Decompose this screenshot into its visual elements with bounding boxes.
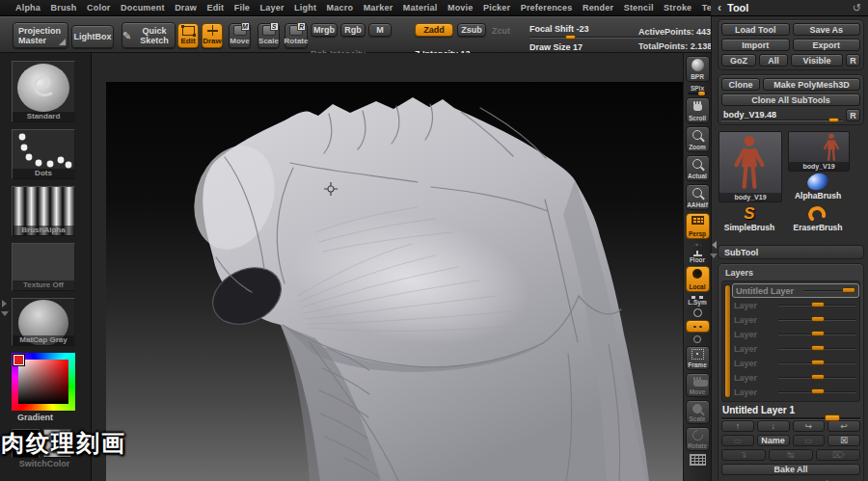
simple-brush-item[interactable]: S SimpleBrush xyxy=(719,206,780,232)
recent-tool-thumbnail[interactable]: body_V19 xyxy=(788,131,850,172)
layers-header[interactable]: Layers xyxy=(721,267,860,279)
menu-item[interactable]: Render xyxy=(583,3,613,13)
bake-all-button[interactable]: Bake All xyxy=(721,464,860,475)
color-picker[interactable] xyxy=(12,353,75,411)
panel-back-icon[interactable]: ‹ xyxy=(718,3,721,13)
scale-button[interactable]: S Scale xyxy=(258,23,280,48)
layer-delete-button[interactable]: ☒ xyxy=(827,435,860,446)
layer-invert-button[interactable]: ⌦ xyxy=(816,449,860,461)
rgb-button[interactable]: Rgb xyxy=(340,23,366,37)
spix-handle[interactable] xyxy=(698,92,705,95)
goz-visible-button[interactable]: Visible xyxy=(791,54,843,67)
mrgb-button[interactable]: Mrgb xyxy=(311,23,338,37)
frame-button[interactable]: Frame xyxy=(686,346,710,370)
sculpt-canvas[interactable] xyxy=(92,53,683,481)
layer-row[interactable]: Layer xyxy=(734,370,856,385)
menu-item[interactable]: Stencil xyxy=(624,3,654,13)
layer-opacity-handle[interactable] xyxy=(811,374,825,380)
draw-button[interactable]: Draw xyxy=(202,23,223,48)
sym-z-button[interactable] xyxy=(693,335,701,343)
goz-all-button[interactable]: All xyxy=(759,54,788,67)
move-button[interactable]: M Move xyxy=(229,23,251,48)
layer-opacity-handle[interactable] xyxy=(842,287,855,293)
layer-opacity-handle[interactable] xyxy=(811,388,825,394)
subtool-section-header[interactable]: SubTool xyxy=(718,245,864,259)
layer-opacity-handle[interactable] xyxy=(811,302,825,307)
eraser-brush-item[interactable]: EraserBrush xyxy=(788,206,848,232)
layer-name-button[interactable]: Name xyxy=(757,435,790,446)
zoom-button[interactable]: Zoom xyxy=(686,126,710,152)
menu-item[interactable]: Stroke xyxy=(664,3,692,13)
canvas-scale-button[interactable]: Scale xyxy=(686,400,710,424)
layer-undo-button[interactable]: ↩ xyxy=(827,420,860,432)
layers-scrollbar[interactable] xyxy=(724,284,731,398)
local-button[interactable]: Local xyxy=(686,266,710,292)
layer-split-button[interactable]: ↹ xyxy=(769,449,813,461)
xyz-button[interactable] xyxy=(693,308,702,317)
saturation-square[interactable] xyxy=(18,360,68,404)
active-tool-thumbnail[interactable]: body_V19 xyxy=(719,131,782,202)
m-button[interactable]: M xyxy=(368,23,392,37)
actual-button[interactable]: Actual xyxy=(686,155,710,181)
layer-row[interactable]: Layer xyxy=(734,385,856,399)
layer-row[interactable]: Layer xyxy=(734,356,856,370)
menu-item[interactable]: Marker xyxy=(364,3,393,13)
texture-selector[interactable]: Texture Off xyxy=(12,243,75,291)
menu-item[interactable]: Brush xyxy=(51,3,77,13)
layer-opacity-handle[interactable] xyxy=(811,345,825,351)
brush-selector[interactable]: Standard xyxy=(12,61,75,122)
polyframe-grid-icon[interactable] xyxy=(690,454,706,466)
menu-item[interactable]: Edit xyxy=(206,3,224,13)
zcut-button[interactable]: Zcut xyxy=(492,26,510,36)
layer-row[interactable]: Layer xyxy=(734,312,856,327)
layer-opacity-handle[interactable] xyxy=(811,331,825,336)
layer-duplicate-button[interactable]: ▭ xyxy=(793,435,826,446)
slider-handle[interactable] xyxy=(825,414,840,421)
layer-redo-button[interactable]: ↪ xyxy=(793,420,826,432)
menu-item[interactable]: Macro xyxy=(327,3,354,13)
menu-item[interactable]: Document xyxy=(121,3,165,13)
menu-item[interactable]: Color xyxy=(87,3,111,13)
alpha-brush-item[interactable]: AlphaBrush xyxy=(788,174,848,200)
menu-item[interactable]: Preferences xyxy=(521,3,573,13)
rotate-button[interactable]: R Rotate xyxy=(285,23,308,48)
spix-slider[interactable]: SPix xyxy=(688,85,707,94)
clone-button[interactable]: Clone xyxy=(721,78,760,91)
lightbox-button[interactable]: LightBox xyxy=(71,25,114,48)
goz-button[interactable]: GoZ xyxy=(721,54,756,67)
stroke-selector[interactable]: Dots xyxy=(12,129,75,179)
active-tool-slider[interactable]: body_V19.48 xyxy=(721,109,843,121)
panel-restore-icon[interactable]: ↺ xyxy=(853,2,861,14)
load-tool-button[interactable]: Load Tool xyxy=(721,23,790,36)
persp-button[interactable]: Persp xyxy=(686,213,710,239)
lsym-button[interactable]: L.Sym xyxy=(688,295,707,306)
bpr-button[interactable]: BPR xyxy=(686,56,710,82)
slider-handle[interactable] xyxy=(828,118,839,122)
slider-handle[interactable] xyxy=(565,35,576,40)
zsub-button[interactable]: Zsub xyxy=(457,23,486,37)
layer-row[interactable]: Layer xyxy=(734,327,856,341)
quick-sketch-button[interactable]: ✎ Quick Sketch xyxy=(122,22,176,48)
menu-item[interactable]: Layer xyxy=(260,3,285,13)
layer-row-selected[interactable]: Untitled Layer xyxy=(732,283,859,298)
zadd-button[interactable]: Zadd xyxy=(415,23,453,37)
canvas-move-button[interactable]: Move xyxy=(686,373,710,397)
layer-row[interactable]: Layer xyxy=(734,341,856,356)
menu-item[interactable]: Draw xyxy=(175,3,197,13)
layer-opacity-handle[interactable] xyxy=(811,316,825,322)
tool-r-button[interactable]: R xyxy=(846,109,860,121)
menu-item[interactable]: Material xyxy=(403,3,438,13)
layer-down-button[interactable]: ↓ xyxy=(757,420,790,432)
save-as-button[interactable]: Save As xyxy=(793,23,861,36)
clone-all-subtools-button[interactable]: Clone All SubTools xyxy=(721,94,860,106)
alpha-selector[interactable]: BrushAlpha xyxy=(12,186,75,236)
menu-item[interactable]: Picker xyxy=(483,3,510,13)
scroll-button[interactable]: Scroll xyxy=(686,97,710,123)
projection-master-button[interactable]: Projection Master xyxy=(13,22,68,48)
menu-item[interactable]: Movie xyxy=(448,3,474,13)
layer-new-button[interactable]: ▭ xyxy=(721,435,754,446)
current-layer-slider[interactable]: Untitled Layer 1 xyxy=(721,405,860,419)
aahalf-button[interactable]: AAHalf xyxy=(686,184,710,210)
menu-item[interactable]: File xyxy=(234,3,250,13)
sym-y-button[interactable] xyxy=(686,320,710,333)
